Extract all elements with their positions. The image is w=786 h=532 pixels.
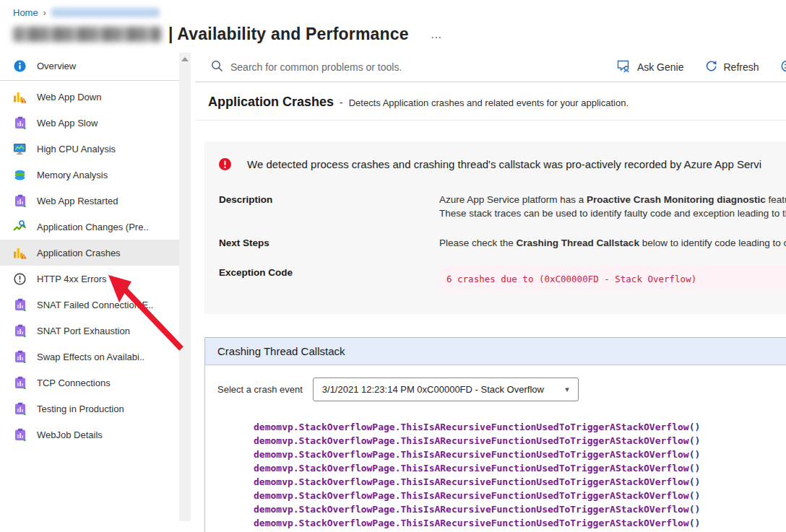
sidebar-item-webjob-details[interactable]: WebJob Details bbox=[0, 422, 179, 448]
ask-genie-label: Ask Genie bbox=[637, 61, 684, 73]
sidebar-item-label: Web App Restarted bbox=[37, 196, 118, 206]
sidebar-item-web-app-slow[interactable]: Web App Slow bbox=[0, 110, 179, 136]
callstack-frame-line: demomvp.StackOverflowPage.ThisIsARecursi… bbox=[254, 516, 786, 530]
sidebar-item-label: Overview bbox=[37, 61, 76, 71]
clipboard-chart-icon bbox=[13, 350, 27, 363]
clipboard-chart-icon bbox=[13, 428, 27, 441]
smiley-icon bbox=[781, 60, 786, 74]
clipboard-chart-icon bbox=[13, 298, 27, 311]
sidebar-item-label: SNAT Failed Connection E.. bbox=[37, 300, 153, 310]
sidebar-item-http-4xx-errors[interactable]: HTTP 4xx Errors bbox=[0, 266, 179, 292]
sidebar-item-label: HTTP 4xx Errors bbox=[37, 274, 107, 284]
exception-code-value: 6 crashes due to (0xC00000FD - Stack Ove… bbox=[439, 266, 786, 292]
sidebar-item-application-changes-pre[interactable]: Application Changes (Pre.. bbox=[0, 214, 179, 240]
detector-title: Application Crashes bbox=[208, 95, 334, 110]
genie-chat-icon bbox=[617, 60, 631, 75]
diagnostics-sidebar: OverviewWeb App DownWeb App SlowHigh CPU… bbox=[0, 53, 179, 521]
callstack-frame-line: demomvp.StackOverflowPage.ThisIsARecursi… bbox=[254, 502, 786, 516]
main-toolbar: Ask Genie Refresh Feedback bbox=[195, 53, 786, 82]
sidebar-item-label: WebJob Details bbox=[37, 429, 103, 440]
chevron-down-icon: ▾ bbox=[565, 385, 569, 394]
changes-magnifier-icon bbox=[13, 220, 27, 233]
sidebar-item-web-app-restarted[interactable]: Web App Restarted bbox=[0, 188, 179, 214]
callstack-frame-line: demomvp.StackOverflowPage.ThisIsARecursi… bbox=[254, 420, 786, 434]
ask-genie-button[interactable]: Ask Genie bbox=[617, 60, 684, 75]
sidebar-item-label: Application Crashes bbox=[37, 248, 121, 258]
detector-heading: Application Crashes - Detects Applicatio… bbox=[195, 82, 786, 121]
breadcrumb-separator: › bbox=[43, 8, 46, 18]
sidebar-divider bbox=[0, 80, 179, 81]
description-label: Description bbox=[219, 193, 439, 220]
sidebar-scrollbar[interactable] bbox=[179, 53, 191, 521]
error-badge-icon bbox=[219, 158, 231, 173]
redacted-app-name bbox=[13, 27, 161, 42]
clipboard-chart-icon bbox=[13, 194, 27, 207]
crashing-thread-callstack-card: Crashing Thread Callstack Select a crash… bbox=[204, 337, 786, 532]
sidebar-item-label: Web App Down bbox=[37, 92, 101, 103]
next-steps-label: Next Steps bbox=[219, 236, 439, 250]
insight-summary-text: We detected process crashes and crashing… bbox=[247, 158, 761, 170]
callstack-frame-line: demomvp.StackOverflowPage.ThisIsARecursi… bbox=[254, 434, 786, 448]
clipboard-chart-icon bbox=[13, 376, 27, 389]
sidebar-item-web-app-down[interactable]: Web App Down bbox=[0, 84, 179, 110]
sidebar-item-snat-failed-connection-e[interactable]: SNAT Failed Connection E.. bbox=[0, 292, 179, 318]
breadcrumb: Home › bbox=[0, 0, 786, 18]
callstack-frame-line: demomvp.StackOverflowPage.ThisIsARecursi… bbox=[254, 489, 786, 502]
description-value: Azure App Service platform has a Proacti… bbox=[439, 193, 786, 220]
memory-disks-icon bbox=[13, 168, 27, 181]
sidebar-item-application-crashes[interactable]: Application Crashes bbox=[0, 240, 179, 266]
sidebar-item-label: High CPU Analysis bbox=[37, 144, 116, 154]
crash-event-dropdown[interactable]: 3/1/2021 12:23:14 PM 0xC00000FD - Stack … bbox=[313, 378, 579, 401]
feedback-button[interactable]: Feedback bbox=[781, 60, 786, 74]
bar-chart-warning-icon bbox=[13, 246, 27, 259]
sidebar-item-label: Memory Analysis bbox=[37, 170, 108, 180]
sidebar-item-memory-analysis[interactable]: Memory Analysis bbox=[0, 162, 179, 188]
detector-subtitle: Detects Application crashes and related … bbox=[349, 97, 629, 108]
clipboard-chart-icon bbox=[13, 324, 27, 337]
sidebar-item-swap-effects-on-availabi[interactable]: Swap Effects on Availabi.. bbox=[0, 344, 179, 370]
more-options-button[interactable]: … bbox=[428, 30, 446, 40]
search-icon bbox=[211, 60, 223, 75]
callstack-frame-line: demomvp.StackOverflowPage.ThisIsARecursi… bbox=[254, 475, 786, 489]
crash-insight-box: We detected process crashes and crashing… bbox=[204, 141, 786, 314]
callstack-frame-line: demomvp.StackOverflowPage.ThisIsARecursi… bbox=[254, 461, 786, 475]
sidebar-item-label: Application Changes (Pre.. bbox=[37, 222, 149, 232]
sidebar-item-testing-in-production[interactable]: Testing in Production bbox=[0, 396, 179, 422]
sidebar-item-label: Testing in Production bbox=[37, 404, 124, 414]
main-panel: Ask Genie Refresh Feedback bbox=[195, 53, 786, 521]
search-box[interactable] bbox=[211, 60, 617, 75]
breadcrumb-home-link[interactable]: Home bbox=[13, 7, 38, 18]
sidebar-item-snat-port-exhaustion[interactable]: SNAT Port Exhaustion bbox=[0, 318, 179, 344]
page-title: | Availability and Performance bbox=[168, 25, 409, 44]
exception-code-label: Exception Code bbox=[219, 266, 439, 292]
error-circle-icon bbox=[13, 272, 27, 285]
info-icon bbox=[13, 59, 27, 72]
clipboard-chart-icon bbox=[13, 402, 27, 415]
refresh-button[interactable]: Refresh bbox=[705, 60, 759, 74]
refresh-label: Refresh bbox=[723, 61, 759, 73]
sidebar-item-overview[interactable]: Overview bbox=[0, 53, 179, 79]
detector-title-separator: - bbox=[340, 97, 343, 108]
callstack-card-header: Crashing Thread Callstack bbox=[205, 338, 786, 365]
sidebar-item-label: Web App Slow bbox=[37, 118, 98, 128]
crash-event-selected-value: 3/1/2021 12:23:14 PM 0xC00000FD - Stack … bbox=[322, 384, 544, 395]
sidebar-item-tcp-connections[interactable]: TCP Connections bbox=[0, 370, 179, 396]
monitor-chart-icon bbox=[13, 142, 27, 155]
title-bar: | Availability and Performance … bbox=[0, 18, 786, 44]
sidebar-item-label: SNAT Port Exhaustion bbox=[37, 326, 130, 336]
sidebar-item-label: TCP Connections bbox=[37, 378, 111, 388]
redacted-breadcrumb-item[interactable] bbox=[51, 8, 160, 17]
sidebar-item-high-cpu-analysis[interactable]: High CPU Analysis bbox=[0, 136, 179, 162]
bar-chart-warning-icon bbox=[13, 90, 27, 103]
app-window: Home › | Availability and Performance … … bbox=[0, 0, 786, 532]
next-steps-value: Please check the Crashing Thread Callsta… bbox=[439, 236, 786, 250]
scroll-up-icon[interactable] bbox=[181, 57, 189, 61]
callstack-frame-line: demomvp.StackOverflowPage.ThisIsARecursi… bbox=[254, 448, 786, 461]
crash-event-select-label: Select a crash event bbox=[217, 384, 303, 395]
callstack-frames: demomvp.StackOverflowPage.ThisIsARecursi… bbox=[254, 420, 786, 532]
sidebar-item-label: Swap Effects on Availabi.. bbox=[37, 352, 144, 362]
search-input[interactable] bbox=[230, 61, 469, 73]
clipboard-chart-icon bbox=[13, 116, 27, 129]
refresh-icon bbox=[705, 60, 717, 74]
